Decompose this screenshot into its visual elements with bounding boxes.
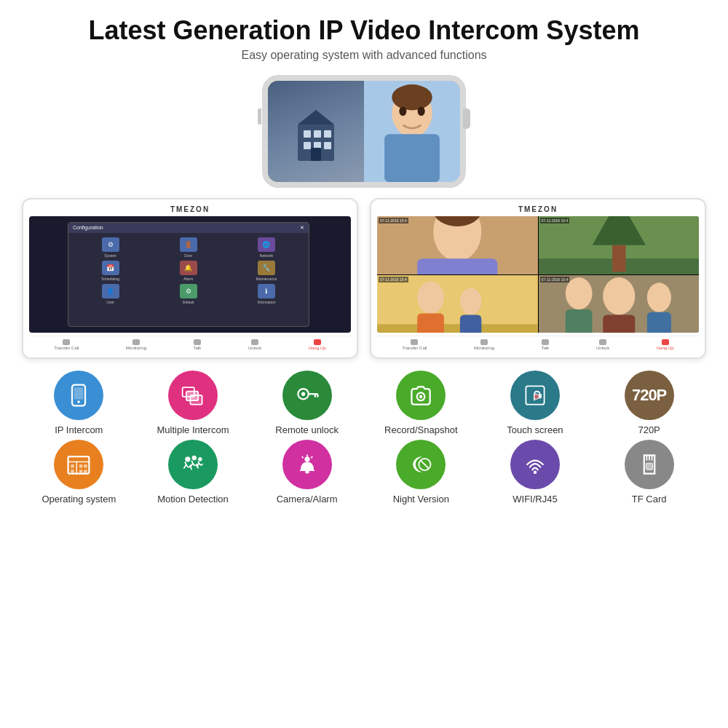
svg-rect-31 xyxy=(565,309,592,333)
svg-point-14 xyxy=(418,107,425,116)
feature-label-remote-unlock: Remote unlock xyxy=(275,424,339,435)
svg-point-43 xyxy=(301,392,305,396)
btn-talk[interactable]: Talk xyxy=(194,339,202,350)
btn-hangup[interactable]: Hang Up xyxy=(309,339,326,350)
svg-rect-41 xyxy=(190,395,202,405)
feature-multiple-intercom: Multiple Intercom xyxy=(146,371,240,435)
svg-rect-18 xyxy=(417,258,497,274)
camera-alarm-icon-circle xyxy=(282,440,332,489)
config-title: Configuration xyxy=(73,225,103,231)
view-cell-2: 07-11-2016 15:4 xyxy=(539,216,700,274)
sdcard-icon xyxy=(636,451,662,478)
btn-talk-r[interactable]: Talk xyxy=(542,339,550,350)
config-default[interactable]: ⚙ Default xyxy=(151,284,226,304)
btn-unlock-r[interactable]: Unlock xyxy=(596,339,609,350)
config-network[interactable]: 🌐 Network xyxy=(229,237,304,258)
svg-rect-77 xyxy=(646,463,652,470)
monitoring-icon xyxy=(132,339,140,345)
touch-icon xyxy=(522,382,548,408)
svg-rect-33 xyxy=(603,314,635,333)
touch-screen-icon-circle xyxy=(510,371,560,420)
config-information[interactable]: ℹ Information xyxy=(229,284,304,304)
svg-rect-56 xyxy=(84,464,88,468)
feature-label-tf-card: TF Card xyxy=(632,494,667,505)
alarm-bell-icon xyxy=(294,451,320,478)
monitor-left-screen: Configuration ✕ ⚙ System 🚪 Door xyxy=(29,216,351,333)
key-icon xyxy=(294,382,320,408)
sub-title: Easy operating system with advanced func… xyxy=(89,49,640,62)
btn-monitoring-r[interactable]: Monitoring xyxy=(474,339,494,350)
config-maintenance[interactable]: 🔧 Maintenance xyxy=(229,261,304,281)
svg-rect-59 xyxy=(84,470,88,473)
unlock-icon xyxy=(251,339,258,345)
features-row-2: Operating system xyxy=(22,440,706,505)
config-door[interactable]: 🚪 Door xyxy=(151,237,226,258)
720p-icon-circle: 720P xyxy=(625,371,674,420)
svg-point-38 xyxy=(78,400,81,403)
motion-detection-icon-circle xyxy=(168,440,218,489)
ip-intercom-icon-circle xyxy=(54,371,103,420)
features-section: IP Intercom Multiple Intercom xyxy=(22,371,706,505)
feature-720p: 720P 720P xyxy=(602,371,697,435)
config-close: ✕ xyxy=(300,225,304,231)
phone-device xyxy=(262,75,466,188)
btn-monitoring[interactable]: Monitoring xyxy=(126,339,146,350)
feature-camera-alarm: Camera/Alarm xyxy=(260,440,355,505)
night-moon-icon xyxy=(408,451,434,478)
phone-mockup-area xyxy=(262,75,466,188)
svg-rect-37 xyxy=(74,387,84,399)
svg-rect-55 xyxy=(79,464,83,468)
config-scheduling[interactable]: 📅 Scheduling xyxy=(73,261,148,281)
svg-point-13 xyxy=(399,107,406,116)
monitor-left: TMEZON Configuration ✕ ⚙ System 🚪 xyxy=(22,198,358,359)
feature-record-snapshot: Record/Snapshot xyxy=(373,371,468,435)
features-row-1: IP Intercom Multiple Intercom xyxy=(22,371,706,435)
btn-unlock[interactable]: Unlock xyxy=(248,339,261,350)
phone-screen xyxy=(268,81,460,182)
operating-system-icon-circle xyxy=(54,440,103,489)
monitor-right: TMEZON 07-11-2016 15:4 07-11-2016 15:4 xyxy=(370,198,706,359)
svg-line-61 xyxy=(183,464,186,468)
svg-point-64 xyxy=(198,457,202,461)
svg-rect-12 xyxy=(384,134,440,182)
feature-label-camera-alarm: Camera/Alarm xyxy=(277,494,338,505)
view-cell-3: 07-11-2016 15:4 xyxy=(377,275,538,333)
multiple-intercom-icon-circle xyxy=(168,371,218,420)
feature-label-wifi-rj45: WIFI/RJ45 xyxy=(513,494,557,505)
svg-point-73 xyxy=(534,471,537,475)
feature-wifi-rj45: WIFI/RJ45 xyxy=(488,440,582,505)
phone-left-scene xyxy=(268,81,364,182)
feature-operating-system: Operating system xyxy=(31,440,126,505)
svg-marker-1 xyxy=(298,110,334,124)
maintenance-icon-box: 🔧 xyxy=(258,261,275,275)
svg-point-25 xyxy=(417,281,444,313)
wifi-rj45-icon-circle xyxy=(510,440,560,489)
svg-point-27 xyxy=(460,288,481,314)
config-alarm[interactable]: 🔔 Alarm xyxy=(151,261,226,281)
feature-label-ip-intercom: IP Intercom xyxy=(55,424,103,435)
scheduling-icon-box: 📅 xyxy=(102,261,119,275)
timestamp-2: 07-11-2016 15:4 xyxy=(540,218,570,223)
svg-point-60 xyxy=(185,456,190,462)
btn-transfer-call[interactable]: Transfer Call xyxy=(54,339,79,350)
720p-badge: 720P xyxy=(632,386,666,405)
feature-label-multiple-intercom: Multiple Intercom xyxy=(157,424,229,435)
config-user[interactable]: 👤 User xyxy=(73,284,148,304)
building-icon xyxy=(290,103,341,161)
svg-point-48 xyxy=(419,395,423,399)
config-grid: ⚙ System 🚪 Door 🌐 Network 📅 xyxy=(68,233,309,309)
phone-icon xyxy=(66,382,92,408)
config-system[interactable]: ⚙ System xyxy=(73,237,148,258)
feature-motion-detection: Motion Detection xyxy=(146,440,240,505)
hangup-icon xyxy=(314,339,321,345)
record-snapshot-icon-circle xyxy=(396,371,446,420)
header-section: Latest Generation IP Video Intercom Syst… xyxy=(89,15,640,62)
svg-point-32 xyxy=(603,277,635,314)
btn-transfer-call-r[interactable]: Transfer Call xyxy=(402,339,427,350)
timestamp-1: 07-11-2016 15:4 xyxy=(379,218,408,223)
svg-point-34 xyxy=(646,282,670,312)
timestamp-3: 07-11-2016 15:4 xyxy=(379,277,408,282)
brand-left: TMEZON xyxy=(29,205,351,213)
btn-hangup-r[interactable]: Hang Up xyxy=(657,339,674,350)
svg-rect-35 xyxy=(646,312,670,333)
